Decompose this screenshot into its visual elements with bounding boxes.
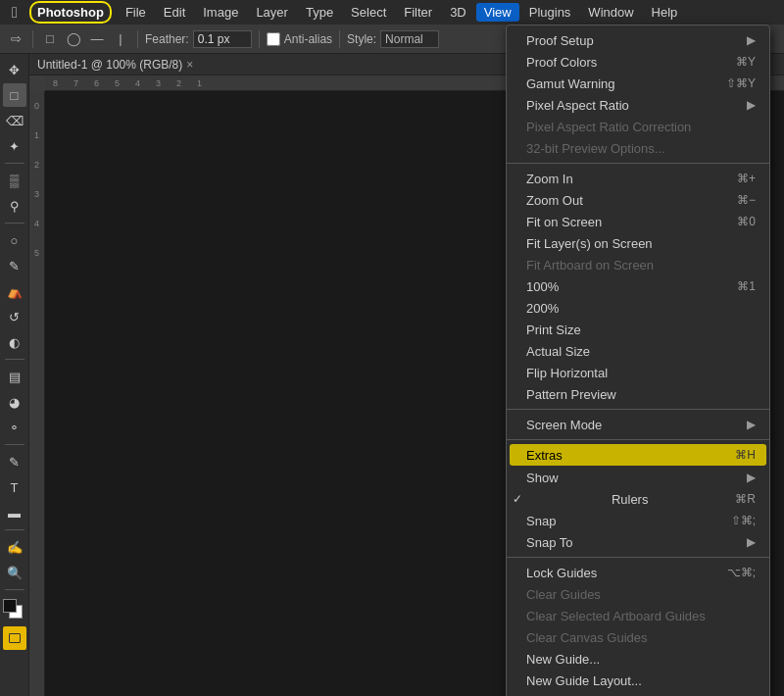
menu-separator xyxy=(507,557,769,558)
app-name[interactable]: Photoshop xyxy=(29,1,112,24)
menu-item-print-size[interactable]: Print Size xyxy=(507,319,769,340)
marquee-tool[interactable]: □ xyxy=(3,83,26,107)
menu-item-label: Gamut Warning xyxy=(526,76,615,91)
separator3 xyxy=(259,30,260,48)
menu-item-label: Proof Setup xyxy=(526,33,594,48)
brush-tool[interactable]: ✎ xyxy=(3,254,26,277)
apple-menu[interactable]:  xyxy=(4,2,25,24)
menu-item-label: Show xyxy=(526,471,559,485)
menu-item-100-[interactable]: 100%⌘1 xyxy=(507,275,769,297)
menu-item-extras[interactable]: Extras⌘H xyxy=(510,444,766,466)
separator2 xyxy=(137,30,138,48)
menu-view[interactable]: View xyxy=(476,3,519,22)
canvas-tab-close[interactable]: × xyxy=(186,58,193,72)
menu-shortcut: ⇧⌘; xyxy=(731,514,756,527)
pen-tool[interactable]: ✎ xyxy=(3,450,26,473)
menu-item-gamut-warning[interactable]: Gamut Warning⇧⌘Y xyxy=(507,73,769,94)
menu-filter[interactable]: Filter xyxy=(396,3,440,22)
eraser-tool[interactable]: ◐ xyxy=(3,330,26,354)
menu-layer[interactable]: Layer xyxy=(248,3,296,22)
feather-input[interactable] xyxy=(193,30,252,48)
menu-shortcut: ⌥⌘; xyxy=(727,566,756,579)
tool-separator5 xyxy=(5,529,24,530)
menu-item-screen-mode[interactable]: Screen Mode▶ xyxy=(507,414,769,435)
tool-separator3 xyxy=(5,359,24,360)
zoom-tool[interactable]: 🔍 xyxy=(3,561,26,584)
menu-shortcut: ⌘+ xyxy=(737,172,756,185)
rect-marquee-icon[interactable]: □ xyxy=(40,29,60,49)
clone-tool[interactable]: ⛺ xyxy=(3,279,26,303)
history-brush-tool[interactable]: ↺ xyxy=(3,305,26,328)
menu-separator xyxy=(507,163,769,164)
move-tool-icon[interactable]: ⇨ xyxy=(6,29,25,49)
menu-item-proof-setup[interactable]: Proof Setup▶ xyxy=(507,29,769,51)
menu-item-clear-canvas-guides: Clear Canvas Guides xyxy=(507,626,769,648)
menu-item-snap[interactable]: Snap⇧⌘; xyxy=(507,510,769,531)
menu-item-label: Pattern Preview xyxy=(526,387,616,402)
menu-item-200-[interactable]: 200% xyxy=(507,297,769,319)
menu-item-zoom-in[interactable]: Zoom In⌘+ xyxy=(507,168,769,189)
menu-item-label: Fit on Screen xyxy=(526,215,602,229)
menu-item-zoom-out[interactable]: Zoom Out⌘− xyxy=(507,189,769,211)
menu-item-label: Print Size xyxy=(526,323,581,337)
menu-item-label: Clear Selected Artboard Guides xyxy=(526,609,706,623)
menu-item-actual-size[interactable]: Actual Size xyxy=(507,340,769,362)
menu-select[interactable]: Select xyxy=(343,3,394,22)
lasso-tool[interactable]: ⌫ xyxy=(3,109,26,132)
menu-shortcut: ⇧⌘Y xyxy=(726,76,756,90)
menu-item-label: Lock Guides xyxy=(526,566,597,580)
menu-item-label: 32-bit Preview Options... xyxy=(526,141,665,156)
submenu-arrow-icon: ▶ xyxy=(747,98,756,112)
menu-item-new-guide---[interactable]: New Guide... xyxy=(507,648,769,670)
foreground-color-swatch[interactable] xyxy=(3,599,17,613)
canvas-tab-title: Untitled-1 @ 100% (RGB/8) xyxy=(37,58,182,72)
menu-item-flip-horizontal[interactable]: Flip Horizontal xyxy=(507,362,769,383)
menu-help[interactable]: Help xyxy=(644,3,686,22)
quick-mask-icon[interactable] xyxy=(3,626,26,650)
menu-item-snap-to[interactable]: Snap To▶ xyxy=(507,531,769,553)
antialias-checkbox[interactable] xyxy=(267,32,280,46)
menu-3d[interactable]: 3D xyxy=(442,3,474,22)
menu-item-pixel-aspect-ratio[interactable]: Pixel Aspect Ratio▶ xyxy=(507,94,769,116)
menu-item-label: Zoom Out xyxy=(526,193,583,208)
menu-edit[interactable]: Edit xyxy=(156,3,193,22)
menu-image[interactable]: Image xyxy=(195,3,246,22)
blur-tool[interactable]: ◕ xyxy=(3,390,26,414)
menu-item-pattern-preview[interactable]: Pattern Preview xyxy=(507,383,769,405)
menu-item-lock-guides[interactable]: Lock Guides⌥⌘; xyxy=(507,562,769,583)
menu-item-proof-colors[interactable]: Proof Colors⌘Y xyxy=(507,51,769,73)
eyedropper-tool[interactable]: ⚲ xyxy=(3,194,26,218)
dodge-tool[interactable]: ⚬ xyxy=(3,416,26,439)
menu-shortcut: ⌘Y xyxy=(736,55,756,69)
menu-item-fit-layer-s--on-screen[interactable]: Fit Layer(s) on Screen xyxy=(507,232,769,254)
hand-tool[interactable]: ✍ xyxy=(3,535,26,559)
menu-file[interactable]: File xyxy=(118,3,154,22)
menu-item-new-guide-layout---[interactable]: New Guide Layout... xyxy=(507,670,769,691)
crop-tool[interactable]: ▒ xyxy=(3,169,26,192)
menu-item-fit-on-screen[interactable]: Fit on Screen⌘0 xyxy=(507,211,769,232)
gradient-tool[interactable]: ▤ xyxy=(3,365,26,388)
antialias-label: Anti-alias xyxy=(284,32,332,46)
menu-item-rulers[interactable]: Rulers⌘R xyxy=(507,488,769,510)
view-menu-dropdown[interactable]: Proof Setup▶Proof Colors⌘YGamut Warning⇧… xyxy=(506,25,770,696)
healing-tool[interactable]: ○ xyxy=(3,228,26,252)
tool-separator xyxy=(5,163,24,164)
shape-tool[interactable]: ▬ xyxy=(3,501,26,524)
text-tool[interactable]: T xyxy=(3,475,26,499)
tool-separator2 xyxy=(5,223,24,224)
single-col-icon[interactable]: | xyxy=(111,29,130,49)
menu-type[interactable]: Type xyxy=(298,3,341,22)
submenu-arrow-icon: ▶ xyxy=(747,471,756,484)
color-swatches[interactable] xyxy=(3,599,26,622)
menu-separator xyxy=(507,439,769,440)
menu-plugins[interactable]: Plugins xyxy=(521,3,579,22)
tool-separator6 xyxy=(5,589,24,590)
menu-item-label: Pixel Aspect Ratio xyxy=(526,98,629,113)
menu-item-show[interactable]: Show▶ xyxy=(507,467,769,488)
magic-wand-tool[interactable]: ✦ xyxy=(3,134,26,158)
single-row-icon[interactable]: ― xyxy=(87,29,107,49)
ellipse-marquee-icon[interactable]: ◯ xyxy=(64,29,83,49)
style-value[interactable]: Normal xyxy=(380,30,439,48)
menu-window[interactable]: Window xyxy=(580,3,641,22)
move-tool[interactable]: ✥ xyxy=(3,58,26,81)
